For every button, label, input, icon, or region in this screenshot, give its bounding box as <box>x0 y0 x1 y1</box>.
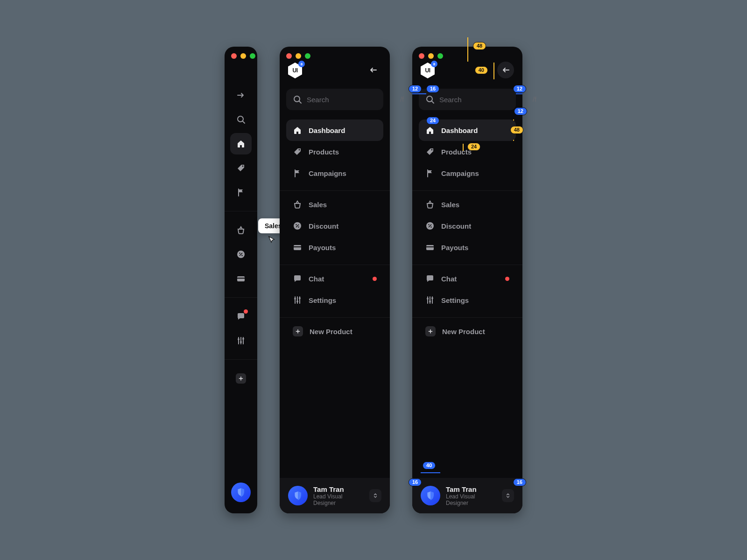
nav-settings[interactable] <box>230 330 252 351</box>
nav-products[interactable]: Products <box>419 141 516 162</box>
user-menu-toggle[interactable] <box>502 489 514 502</box>
sidebar-spec: 48 40 12 16 12 12 24 48 24 UI 8 /f Dashb… <box>412 47 522 513</box>
nav-products[interactable] <box>230 157 252 179</box>
close-dot[interactable] <box>231 53 237 59</box>
nav-campaigns[interactable] <box>230 182 252 203</box>
spec-avatar: 40 <box>423 462 436 469</box>
basket-icon <box>293 200 302 209</box>
chat-icon <box>425 274 435 283</box>
spec-collapse-size: 40 <box>475 66 488 74</box>
nav-campaigns[interactable]: Campaigns <box>419 162 516 184</box>
nav-group-4: New Product <box>412 318 522 349</box>
spec-footer-pad-r: 16 <box>513 478 526 486</box>
flag-icon <box>293 168 302 178</box>
nav-group-2: Sales Discount Payouts <box>280 191 390 265</box>
nav-group-1: Dashboard Products Campaigns <box>412 117 522 190</box>
nav-campaigns[interactable]: Campaigns <box>286 162 383 184</box>
spec-inner-pad: 16 <box>426 85 439 93</box>
user-avatar <box>288 486 308 505</box>
user-footer[interactable]: Tam Tran Lead Visual Designer <box>280 478 390 513</box>
sliders-icon <box>293 295 302 305</box>
nav-payouts[interactable]: Payouts <box>419 237 516 258</box>
spec-item-gap: 24 <box>467 143 480 151</box>
nav-discount[interactable]: Discount <box>286 215 383 237</box>
user-info: Tam Tran Lead Visual Designer <box>313 485 364 506</box>
nav-sales[interactable]: Sales <box>419 194 516 215</box>
search-icon <box>425 95 435 104</box>
max-dot[interactable] <box>250 53 255 59</box>
max-dot[interactable] <box>437 53 443 59</box>
notification-dot <box>373 277 377 281</box>
spec-top-gap: 48 <box>473 42 486 50</box>
nav-new-product[interactable]: New Product <box>286 321 383 342</box>
expand-button[interactable] <box>230 84 252 106</box>
nav-new-product[interactable] <box>230 368 252 389</box>
home-icon <box>293 126 302 135</box>
spec-search-gap: 12 <box>514 107 527 115</box>
search-field[interactable]: /f <box>286 89 383 110</box>
min-dot[interactable] <box>428 53 434 59</box>
spec-outer-right: 12 <box>513 85 526 93</box>
min-dot[interactable] <box>240 53 246 59</box>
nav-group-3: Chat Settings <box>412 265 522 317</box>
divider <box>225 297 257 298</box>
cursor-icon <box>268 235 276 244</box>
nav-dashboard[interactable]: Dashboard <box>286 119 383 141</box>
nav-settings[interactable]: Settings <box>286 289 383 311</box>
search-input[interactable] <box>439 96 528 104</box>
logo: UI 8 <box>421 63 435 78</box>
nav-new-product[interactable]: New Product <box>419 321 516 342</box>
user-name: Tam Tran <box>313 485 364 493</box>
nav-chat[interactable]: Chat <box>286 268 383 289</box>
close-dot[interactable] <box>419 53 424 59</box>
user-avatar[interactable] <box>231 483 251 502</box>
spec-outer-left: 12 <box>409 85 422 93</box>
divider <box>225 359 257 360</box>
nav-payouts[interactable]: Payouts <box>286 237 383 258</box>
nav-payouts[interactable] <box>230 268 252 289</box>
user-footer[interactable]: Tam Tran Lead Visual Designer <box>412 478 522 513</box>
chat-icon <box>293 274 302 283</box>
plus-icon <box>293 326 303 336</box>
notification-dot <box>244 309 248 314</box>
logo-badge: 8 <box>298 61 305 67</box>
card-icon <box>293 243 302 252</box>
close-dot[interactable] <box>286 53 292 59</box>
user-role: Lead Visual Designer <box>313 493 364 506</box>
nav-discount[interactable] <box>230 244 252 265</box>
collapse-button[interactable] <box>365 62 381 78</box>
max-dot[interactable] <box>305 53 310 59</box>
nav-group-3: Chat Settings <box>280 265 390 317</box>
user-name: Tam Tran <box>446 485 496 493</box>
percent-icon <box>425 221 435 231</box>
basket-icon <box>425 200 435 209</box>
search-input[interactable] <box>307 96 395 104</box>
sidebar-collapsed: Sales <box>225 47 257 513</box>
min-dot[interactable] <box>296 53 301 59</box>
nav-sales[interactable]: Sales <box>286 194 383 215</box>
nav-group-1: Dashboard Products Campaigns <box>280 117 390 190</box>
tag-icon <box>293 147 302 156</box>
search-shortcut: /f <box>400 96 404 103</box>
plus-icon <box>425 326 436 336</box>
search-icon[interactable] <box>230 109 252 130</box>
spec-rule <box>467 37 468 62</box>
tag-icon <box>425 147 435 156</box>
nav-group-4: New Product <box>280 318 390 349</box>
spec-rule <box>421 472 440 473</box>
card-icon <box>425 243 435 252</box>
spec-row-height: 48 <box>510 126 523 134</box>
nav-group-2: Sales Discount Payouts <box>412 191 522 265</box>
nav-sales[interactable]: Sales <box>230 219 252 241</box>
collapse-button[interactable] <box>497 62 514 78</box>
user-menu-toggle[interactable] <box>369 489 381 502</box>
home-icon <box>425 126 435 135</box>
window-controls <box>419 53 443 59</box>
nav-chat[interactable] <box>230 306 252 327</box>
nav-products[interactable]: Products <box>286 141 383 162</box>
spec-rule <box>412 93 419 94</box>
nav-dashboard[interactable] <box>230 133 252 154</box>
nav-chat[interactable]: Chat <box>419 268 516 289</box>
nav-discount[interactable]: Discount <box>419 215 516 237</box>
nav-settings[interactable]: Settings <box>419 289 516 311</box>
